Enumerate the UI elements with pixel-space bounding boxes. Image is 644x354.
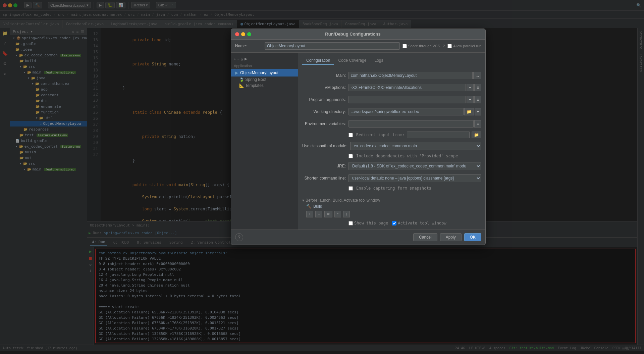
tab-coverage[interactable]: Code Coverage <box>334 57 370 65</box>
tab-configuration[interactable]: Configuration <box>302 57 334 65</box>
redirect-input[interactable] <box>407 132 470 138</box>
add-config-btn[interactable]: + <box>234 57 236 61</box>
working-dir-input-group: 📁 ▾ <box>348 108 481 115</box>
activate-tool-label: Activate tool window <box>398 221 446 225</box>
footer-left: ? <box>235 233 243 241</box>
cancel-button[interactable]: Cancel <box>413 233 437 241</box>
classpath-row: Use classpath of module: ex_codec.ex_cod… <box>302 142 481 150</box>
apply-button[interactable]: Apply <box>440 233 462 241</box>
share-vcs-checkbox[interactable] <box>402 44 407 48</box>
config-actions-btn[interactable]: ▶ <box>245 57 247 61</box>
shorten-label: Shorten command line: <box>302 176 346 181</box>
dialog-winctrls <box>235 32 251 36</box>
before-launch-label: Before launch: Build, Activate tool wind… <box>306 198 380 203</box>
jre-label: JRE: <box>302 164 346 168</box>
form-snapshots-checkbox[interactable] <box>348 186 353 191</box>
program-args-expand-btn[interactable]: + <box>467 96 474 103</box>
form-snapshots-label: Enable capturing form snapshots <box>356 186 431 191</box>
program-args-row: Program arguments: + ≡ <box>302 95 481 104</box>
config-item-templates[interactable]: 📐 Templates <box>231 83 298 89</box>
vm-options-expand-btn[interactable]: + <box>467 84 474 91</box>
tab-logs[interactable]: Logs <box>370 57 387 65</box>
activate-tool-checkbox[interactable] <box>392 221 396 225</box>
shorten-select[interactable]: user-local default: none – java [options… <box>348 174 481 182</box>
copy-config-btn[interactable]: ⎘ <box>241 57 243 61</box>
working-dir-label: Working directory: <box>302 109 346 114</box>
vm-options-input[interactable] <box>348 84 466 91</box>
classpath-select[interactable]: ex_codec.ex_codec_common.main <box>350 142 481 150</box>
edit-before-launch-btn[interactable]: ✏ <box>324 211 332 217</box>
main-class-input[interactable] <box>348 72 473 79</box>
working-dir-browse-btn[interactable]: 📁 <box>464 108 474 115</box>
jre-select[interactable]: Default (1.8 - SDK of 'ex_codec.ex_codec… <box>348 162 481 170</box>
share-vcs-help: ? <box>443 44 445 48</box>
show-page-checkbox[interactable] <box>348 221 353 225</box>
dialog-overlay: Run/Debug Configurations Name: Share thr… <box>0 0 644 354</box>
footer-right: Cancel Apply OK <box>413 233 481 241</box>
collapse-icon: ▾ <box>302 198 304 203</box>
working-dir-row: Working directory: 📁 ▾ <box>302 107 481 116</box>
before-launch-actions: + − ✏ ↑ ↓ <box>306 211 481 217</box>
vm-options-input-group: + ≡ <box>348 84 481 91</box>
program-args-browse-btn[interactable]: ≡ <box>474 96 481 103</box>
up-before-launch-btn[interactable]: ↑ <box>334 211 341 217</box>
vm-options-row: VM options: + ≡ <box>302 83 481 92</box>
name-input[interactable] <box>265 42 400 50</box>
redirect-checkbox-row: Redirect input from: 📁 <box>302 132 481 138</box>
before-launch-section: ▾ Before launch: Build, Activate tool wi… <box>302 194 481 217</box>
dialog-title: Run/Debug Configurations <box>325 32 380 37</box>
include-deps-label: Include dependencies with 'Provided' sco… <box>356 154 458 158</box>
show-page-label: Show this page <box>354 221 388 225</box>
env-vars-browse-btn[interactable]: ≡ <box>474 120 481 128</box>
redirect-checkbox[interactable] <box>348 133 353 137</box>
program-args-input[interactable] <box>348 96 466 103</box>
share-vcs-label: Share through VCS <box>408 44 440 48</box>
dialog-right-panel: Configuration Code Coverage Logs Main: .… <box>298 53 485 230</box>
main-label: Main: <box>302 73 346 78</box>
hammer-icon: 🔨 <box>306 204 311 209</box>
add-before-launch-btn[interactable]: + <box>306 211 313 217</box>
allow-parallel-checkbox[interactable] <box>447 44 452 48</box>
before-launch-build-item: 🔨 Build <box>306 204 481 209</box>
config-item-objectmemorylayout[interactable]: ▶ ObjectMemoryLayout <box>231 69 298 77</box>
ok-button[interactable]: OK <box>464 233 481 241</box>
dialog-close-btn[interactable] <box>235 32 239 36</box>
vm-options-browse-btn[interactable]: ≡ <box>474 84 481 91</box>
before-launch-content: 🔨 Build + − ✏ ↑ ↓ <box>302 204 481 217</box>
dialog-left-panel: + − ⎘ ▶ Application ▶ ObjectMemoryLayout… <box>231 53 298 230</box>
run-debug-dialog: Run/Debug Configurations Name: Share thr… <box>231 29 486 245</box>
redirect-browse-btn[interactable]: 📁 <box>472 132 481 138</box>
dialog-form-tabs: Configuration Code Coverage Logs <box>302 57 481 65</box>
program-args-input-group: + ≡ <box>348 96 481 103</box>
build-label: Build <box>313 204 322 209</box>
main-class-browse-btn[interactable]: ... <box>473 72 481 79</box>
dialog-footer: ? Cancel Apply OK <box>231 230 485 245</box>
config-section-app: Application <box>231 62 298 69</box>
dialog-max-btn[interactable] <box>247 32 251 36</box>
include-deps-checkbox[interactable] <box>348 154 353 158</box>
jre-row: JRE: Default (1.8 - SDK of 'ex_codec.ex_… <box>302 162 481 170</box>
remove-config-btn[interactable]: − <box>237 57 239 61</box>
working-dir-input[interactable] <box>348 108 464 115</box>
remove-before-launch-btn[interactable]: − <box>315 211 322 217</box>
help-icon[interactable]: ? <box>235 233 243 241</box>
down-before-launch-btn[interactable]: ↓ <box>343 211 350 217</box>
name-label: Name: <box>235 44 262 48</box>
env-vars-row: Environment variables: ≡ <box>302 119 481 128</box>
before-launch-toggle[interactable]: ▾ Before launch: Build, Activate tool wi… <box>302 197 481 204</box>
env-vars-input-group: ≡ <box>348 120 481 128</box>
working-dir-dropdown-btn[interactable]: ▾ <box>475 108 481 115</box>
env-vars-label: Environment variables: <box>302 121 346 126</box>
config-item-label: ObjectMemoryLayout <box>240 70 278 75</box>
vm-options-label: VM options: <box>302 85 346 90</box>
shorten-row: Shorten command line: user-local default… <box>302 174 481 183</box>
classpath-label: Use classpath of module: <box>302 144 347 148</box>
include-deps-row: Include dependencies with 'Provided' sco… <box>302 154 481 158</box>
dialog-min-btn[interactable] <box>241 32 245 36</box>
config-icon: ▶ <box>235 70 238 75</box>
program-args-label: Program arguments: <box>302 97 346 102</box>
main-input-group: ... <box>348 72 481 79</box>
dialog-body: + − ⎘ ▶ Application ▶ ObjectMemoryLayout… <box>231 53 485 230</box>
config-item-springboot[interactable]: 🍃 Spring Boot <box>231 77 298 83</box>
env-vars-input[interactable] <box>348 120 474 128</box>
